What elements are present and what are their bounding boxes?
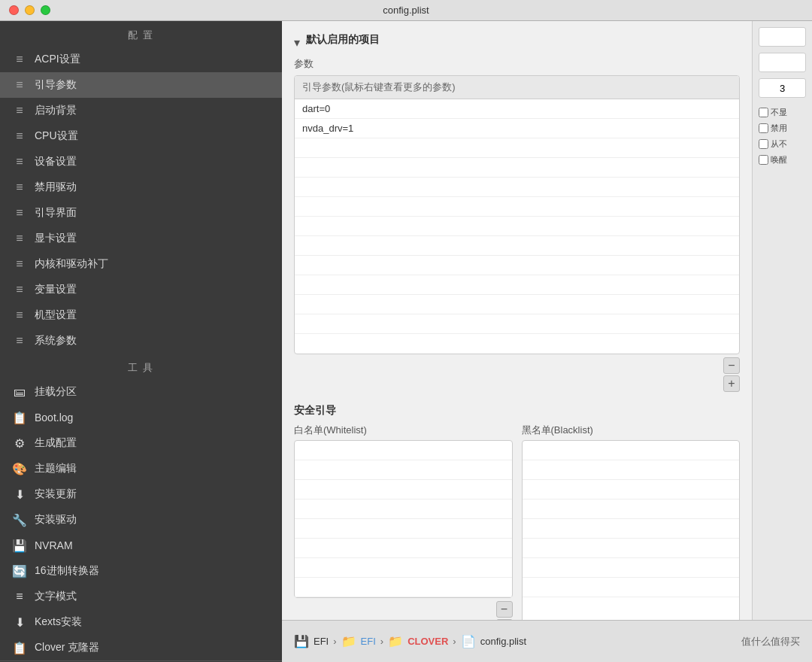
checkbox-label-1[interactable]: 不显 <box>759 107 806 118</box>
list-item[interactable] <box>523 558 740 578</box>
drive-icon: 💾 <box>294 634 309 648</box>
table-row[interactable] <box>295 138 739 158</box>
num-box[interactable]: 3 <box>759 78 806 98</box>
sidebar-item-acpi[interactable]: ACPI设置 <box>0 47 282 72</box>
list-item[interactable] <box>523 441 740 460</box>
sidebar-item-bootargs[interactable]: 引导参数 <box>0 72 282 98</box>
checkbox-2[interactable] <box>759 123 768 133</box>
list-item[interactable] <box>523 539 740 558</box>
sidebar-item-genconf[interactable]: ⚙ 生成配置 <box>0 430 282 456</box>
close-button[interactable] <box>9 5 19 15</box>
config-section-label: 配 置 <box>0 21 282 47</box>
grid-icon <box>12 154 27 169</box>
list-item[interactable] <box>295 539 512 558</box>
kexts-icon: ⬇ <box>12 615 27 630</box>
safe-boot-grid: 白名单(Whitelist) <box>294 424 740 620</box>
plist-file-icon: 📄 <box>461 634 476 648</box>
table-row[interactable] <box>295 197 739 217</box>
checkbox-label-3[interactable]: 从不 <box>759 138 806 150</box>
table-row[interactable] <box>295 158 739 178</box>
checkbox-label-4[interactable]: 唤醒 <box>759 154 806 166</box>
sidebar-item-bootui[interactable]: 引导界面 <box>0 200 282 226</box>
sidebar-item-sysparam[interactable]: 系统参数 <box>0 328 282 354</box>
table-row[interactable] <box>295 178 739 197</box>
maximize-button[interactable] <box>41 5 50 15</box>
sidebar-label-theme: 主题编辑 <box>35 462 77 475</box>
window-title: config.plist <box>383 5 429 16</box>
sidebar-item-cpu[interactable]: CPU设置 <box>0 123 282 149</box>
whitelist-minus-btn[interactable]: − <box>496 601 513 618</box>
list-item[interactable] <box>295 460 512 480</box>
list-item[interactable] <box>295 558 512 578</box>
list-item[interactable] <box>523 578 740 597</box>
sidebar-label-cpu: CPU设置 <box>35 129 78 143</box>
params-label: 参数 <box>294 57 740 71</box>
table-row[interactable]: nvda_drv=1 <box>295 119 739 138</box>
list-item[interactable] <box>295 480 512 500</box>
section1-collapse-btn[interactable]: ▾ <box>294 35 300 50</box>
sidebar-label-kexts: Kexts安装 <box>35 615 82 629</box>
grid-icon <box>12 282 27 297</box>
sidebar-item-var[interactable]: 变量设置 <box>0 277 282 302</box>
params-header[interactable]: 引导参数(鼠标右键查看更多的参数) <box>295 76 739 99</box>
list-item[interactable] <box>523 519 740 539</box>
sidebar-item-theme[interactable]: 🎨 主题编辑 <box>0 456 282 481</box>
safe-boot-section: 安全引导 白名单(Whitelist) <box>294 404 740 620</box>
checkbox-3[interactable] <box>759 139 768 149</box>
side-input-1[interactable] <box>759 27 806 47</box>
sidebar-item-cloner[interactable]: 📋 Clover 克隆器 <box>0 635 282 660</box>
table-row[interactable] <box>295 217 739 236</box>
sidebar-label-bootui: 引导界面 <box>35 206 77 220</box>
blacklist-table <box>522 440 741 620</box>
whitelist-table <box>294 440 513 598</box>
params-minus-btn[interactable]: − <box>723 357 740 374</box>
sidebar-item-hex[interactable]: 🔄 16进制转换器 <box>0 558 282 584</box>
side-input-2[interactable] <box>759 53 806 72</box>
list-item[interactable] <box>295 500 512 519</box>
blacklist-title: 黑名单(Blacklist) <box>522 424 741 437</box>
sidebar-item-bootlog[interactable]: 📋 Boot.log <box>0 405 282 430</box>
list-item[interactable] <box>523 460 740 480</box>
table-row[interactable] <box>295 295 739 314</box>
checkbox-4[interactable] <box>759 155 768 165</box>
whitelist-title: 白名单(Whitelist) <box>294 424 513 437</box>
list-item[interactable] <box>523 480 740 500</box>
table-row[interactable] <box>295 275 739 295</box>
clone-icon: 📋 <box>12 640 27 655</box>
sidebar-item-gpu[interactable]: 显卡设置 <box>0 226 282 251</box>
sidebar-item-mount[interactable]: 🖴 挂载分区 <box>0 379 282 405</box>
list-item[interactable] <box>523 500 740 519</box>
table-row[interactable] <box>295 236 739 256</box>
sidebar-item-bootbg[interactable]: 启动背景 <box>0 98 282 123</box>
list-item[interactable] <box>295 578 512 597</box>
list-item[interactable] <box>295 519 512 539</box>
sidebar-item-devices[interactable]: 设备设置 <box>0 149 282 175</box>
default-items-section: ▾ 默认启用的项目 参数 引导参数(鼠标右键查看更多的参数) dart=0 nv… <box>294 33 740 392</box>
section1-title: 默认启用的项目 <box>306 33 380 47</box>
sidebar-item-driver[interactable]: 🔧 安装驱动 <box>0 507 282 533</box>
checkbox-label-2[interactable]: 禁用 <box>759 123 806 134</box>
sidebar-item-kexts[interactable]: ⬇ Kexts安装 <box>0 609 282 635</box>
minimize-button[interactable] <box>25 5 35 15</box>
table-row[interactable]: dart=0 <box>295 99 739 119</box>
sidebar-label-update: 安装更新 <box>35 487 77 501</box>
params-plus-btn[interactable]: + <box>723 375 740 392</box>
breadcrumb-efi1: EFI <box>314 636 329 647</box>
grid-icon <box>12 333 27 348</box>
sidebar-item-kpatch[interactable]: 内核和驱动补丁 <box>0 251 282 277</box>
sidebar-item-nvram[interactable]: 💾 NVRAM <box>0 533 282 558</box>
table-row[interactable] <box>295 334 739 354</box>
table-row[interactable] <box>295 314 739 334</box>
table-row[interactable] <box>295 256 739 275</box>
sidebar-label-acpi: ACPI设置 <box>35 53 80 66</box>
section1-header-row: ▾ 默认启用的项目 <box>294 33 740 51</box>
list-item[interactable] <box>295 441 512 460</box>
sidebar-item-update[interactable]: ⬇ 安装更新 <box>0 481 282 507</box>
sidebar-item-text[interactable]: ≡ 文字模式 <box>0 584 282 609</box>
checkbox-1[interactable] <box>759 108 768 117</box>
refresh-icon: 🔄 <box>12 563 27 578</box>
sidebar-item-smbios[interactable]: 机型设置 <box>0 302 282 328</box>
sidebar-item-disabled[interactable]: 禁用驱动 <box>0 175 282 200</box>
breadcrumb-sep-3: › <box>453 636 456 647</box>
grid-icon <box>12 257 27 272</box>
